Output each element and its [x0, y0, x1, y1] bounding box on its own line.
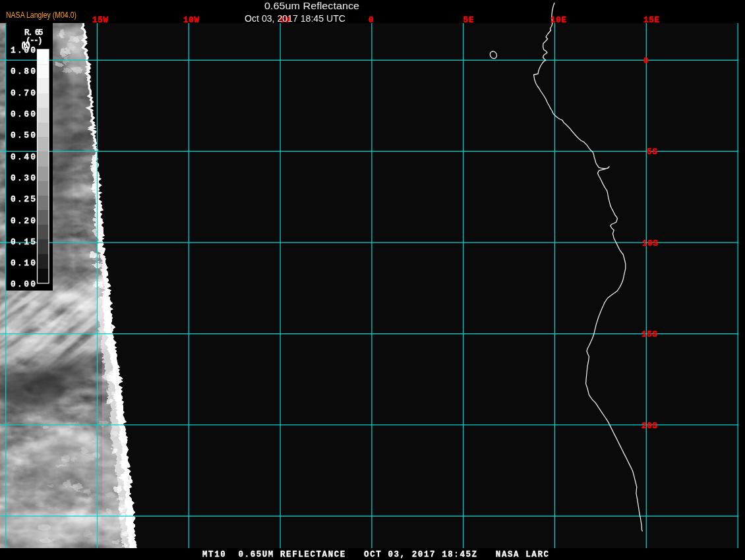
svg-text:20S: 20S — [641, 422, 657, 431]
svg-text:15W: 15W — [92, 16, 108, 25]
svg-text:10E: 10E — [551, 16, 566, 25]
svg-text:15E: 15E — [643, 16, 659, 25]
svg-text:10W: 10W — [183, 16, 199, 25]
svg-text:MT10 0.65UM REFLECTANCE OCT: MT10 0.65UM REFLECTANCE OCT 03, 2017 18:… — [202, 550, 549, 559]
svg-text:Oct 03, 2017 18:45 UTC: Oct 03, 2017 18:45 UTC — [245, 13, 345, 24]
svg-text:(K): (K) — [20, 41, 31, 50]
svg-text:10S: 10S — [642, 239, 658, 248]
svg-text:15S: 15S — [641, 330, 657, 339]
svg-text:5S: 5S — [647, 148, 657, 157]
svg-text:5E: 5E — [463, 16, 474, 25]
svg-text:0: 0 — [643, 57, 649, 66]
svg-text:NASA Langley (M04.0): NASA Langley (M04.0) — [6, 11, 76, 20]
svg-text:0.65um Reflectance: 0.65um Reflectance — [264, 0, 359, 11]
svg-text:0: 0 — [369, 16, 374, 25]
